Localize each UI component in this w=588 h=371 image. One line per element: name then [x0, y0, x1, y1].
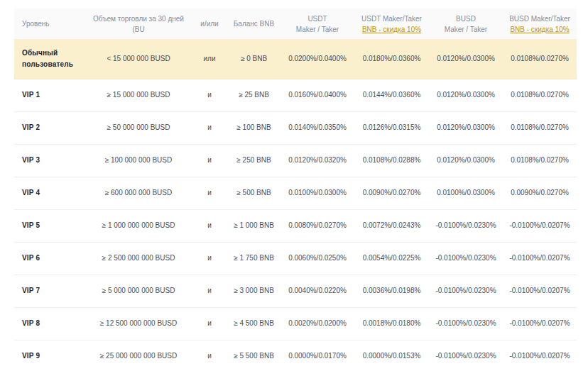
header-usdt-line1: USDT — [282, 13, 353, 24]
usdt-fee-cell: 0.0000%/0.0170% — [281, 340, 354, 371]
usdt-bnb-fee-cell: 0.0054%/0.0225% — [354, 242, 429, 275]
table-row-vip1: VIP 1 ≥ 15 000 000 BUSD и ≥ 25 BNB 0.016… — [14, 79, 577, 111]
usdt-fee-cell: 0.0160%/0.0400% — [281, 79, 354, 111]
header-bnb-balance: Баланс BNB — [227, 9, 281, 39]
volume-cell: ≥ 25 000 000 000 BUSD — [85, 340, 192, 371]
level-cell: VIP 3 — [14, 144, 85, 177]
busd-fee-cell: -0.0100%/0.0230% — [429, 340, 503, 371]
header-and-or: и/или — [192, 9, 227, 39]
fee-tier-table: Уровень Объем торговли за 30 дней (BU и/… — [14, 9, 577, 371]
and-or-cell: и — [192, 111, 227, 144]
table-row-vip7: VIP 7 ≥ 5 000 000 000 BUSD и ≥ 3 000 BNB… — [14, 275, 577, 307]
and-or-cell: и — [192, 275, 227, 307]
and-or-cell: и — [192, 340, 227, 371]
and-or-cell: и — [192, 242, 227, 275]
and-or-cell: и — [192, 209, 227, 242]
busd-bnb-fee-cell: -0.0100%/0.0207% — [503, 209, 577, 242]
busd-fee-cell: 0.0120%/0.0300% — [429, 39, 503, 79]
busd-bnb-fee-cell: -0.0100%/0.0207% — [503, 340, 577, 371]
header-busd-line2: Maker / Taker — [430, 24, 501, 35]
table-row-vip4: VIP 4 ≥ 600 000 000 BUSD и ≥ 500 BNB 0.0… — [14, 177, 577, 209]
header-level: Уровень — [14, 9, 85, 39]
busd-fee-cell: -0.0100%/0.0230% — [429, 242, 503, 275]
usdt-fee-cell: 0.0040%/0.0220% — [281, 275, 354, 307]
level-cell: VIP 2 — [14, 111, 85, 144]
usdt-fee-cell: 0.0140%/0.0350% — [281, 111, 354, 144]
usdt-fee-cell: 0.0060%/0.0250% — [281, 242, 354, 275]
level-cell: VIP 9 — [14, 340, 85, 371]
usdt-fee-cell: 0.0080%/0.0270% — [281, 209, 354, 242]
volume-cell: ≥ 5 000 000 000 BUSD — [85, 275, 192, 307]
usdt-bnb-fee-cell: 0.0108%/0.0288% — [354, 144, 429, 177]
level-cell: VIP 7 — [14, 275, 85, 307]
level-cell: Обычный пользователь — [14, 39, 85, 79]
table-row-vip2: VIP 2 ≥ 50 000 000 BUSD и ≥ 100 BNB 0.01… — [14, 111, 577, 144]
table-row-vip8: VIP 8 ≥ 12 500 000 000 BUSD и ≥ 4 500 BN… — [14, 307, 577, 340]
bnb-balance-cell: ≥ 3 000 BNB — [227, 275, 281, 307]
usdt-bnb-fee-cell: 0.0000%/0.0153% — [354, 340, 429, 371]
busd-bnb-fee-cell: -0.0100%/0.0207% — [503, 275, 577, 307]
busd-fee-cell: 0.0120%/0.0300% — [429, 79, 503, 111]
usdt-bnb-fee-cell: 0.0090%/0.0270% — [354, 177, 429, 209]
volume-cell: ≥ 15 000 000 BUSD — [85, 79, 192, 111]
and-or-cell: и — [192, 177, 227, 209]
volume-cell: < 15 000 000 BUSD — [85, 39, 192, 79]
usdt-bnb-fee-cell: 0.0126%/0.0315% — [354, 111, 429, 144]
bnb-balance-cell: ≥ 25 BNB — [227, 79, 281, 111]
busd-bnb-fee-cell: 0.0108%/0.0270% — [503, 111, 577, 144]
bnb-balance-cell: ≥ 100 BNB — [227, 111, 281, 144]
level-cell: VIP 8 — [14, 307, 85, 340]
busd-bnb-fee-cell: -0.0100%/0.0207% — [503, 307, 577, 340]
header-busd: BUSD Maker / Taker — [429, 9, 503, 39]
table-row-vip5: VIP 5 ≥ 1 000 000 000 BUSD и ≥ 1 000 BNB… — [14, 209, 577, 242]
level-cell: VIP 6 — [14, 242, 85, 275]
busd-fee-cell: -0.0100%/0.0230% — [429, 307, 503, 340]
busd-bnb-fee-cell: 0.0108%/0.0270% — [503, 39, 577, 79]
header-busd-line1: BUSD — [430, 13, 501, 24]
usdt-fee-cell: 0.0200%/0.0400% — [281, 39, 354, 79]
usdt-bnb-fee-cell: 0.0036%/0.0198% — [354, 275, 429, 307]
bnb-balance-cell: ≥ 5 500 BNB — [227, 340, 281, 371]
volume-cell: ≥ 12 500 000 000 BUSD — [85, 307, 192, 340]
busd-fee-cell: 0.0100%/0.0300% — [429, 177, 503, 209]
fee-tier-table-container: Уровень Объем торговли за 30 дней (BU и/… — [14, 9, 577, 371]
usdt-bnb-discount-link[interactable]: BNB - скидка 10% — [362, 24, 421, 35]
header-usdt-bnb-discount: USDT Maker/Taker BNB - скидка 10% — [354, 9, 429, 39]
busd-bnb-fee-cell: 0.0090%/0.0270% — [503, 177, 577, 209]
table-header: Уровень Объем торговли за 30 дней (BU и/… — [14, 9, 577, 39]
usdt-bnb-fee-cell: 0.0180%/0.0360% — [354, 39, 429, 79]
usdt-fee-cell: 0.0100%/0.0300% — [281, 177, 354, 209]
volume-cell: ≥ 100 000 000 BUSD — [85, 144, 192, 177]
busd-fee-cell: 0.0120%/0.0300% — [429, 144, 503, 177]
busd-fee-cell: -0.0100%/0.0230% — [429, 275, 503, 307]
bnb-balance-cell: ≥ 0 BNB — [227, 39, 281, 79]
volume-cell: ≥ 1 000 000 000 BUSD — [85, 209, 192, 242]
busd-bnb-fee-cell: -0.0100%/0.0207% — [503, 242, 577, 275]
header-busd-bnb-line1: BUSD Maker/Taker — [504, 13, 575, 24]
busd-bnb-discount-link[interactable]: BNB - скидка 10% — [510, 24, 569, 35]
volume-cell: ≥ 2 500 000 000 BUSD — [85, 242, 192, 275]
and-or-cell: и — [192, 144, 227, 177]
table-row-regular-user: Обычный пользователь < 15 000 000 BUSD и… — [14, 39, 577, 79]
table-row-vip9: VIP 9 ≥ 25 000 000 000 BUSD и ≥ 5 500 BN… — [14, 340, 577, 371]
busd-fee-cell: -0.0100%/0.0230% — [429, 209, 503, 242]
busd-bnb-fee-cell: 0.0108%/0.0270% — [503, 79, 577, 111]
volume-cell: ≥ 50 000 000 BUSD — [85, 111, 192, 144]
busd-fee-cell: 0.0120%/0.0300% — [429, 111, 503, 144]
bnb-balance-cell: ≥ 1 000 BNB — [227, 209, 281, 242]
header-volume: Объем торговли за 30 дней (BU — [85, 9, 192, 39]
header-usdt-line2: Maker / Taker — [282, 24, 353, 35]
level-cell: VIP 1 — [14, 79, 85, 111]
table-row-vip6: VIP 6 ≥ 2 500 000 000 BUSD и ≥ 1 750 BNB… — [14, 242, 577, 275]
volume-cell: ≥ 600 000 000 BUSD — [85, 177, 192, 209]
usdt-fee-cell: 0.0120%/0.0320% — [281, 144, 354, 177]
level-cell: VIP 5 — [14, 209, 85, 242]
table-body: Обычный пользователь < 15 000 000 BUSD и… — [14, 39, 577, 371]
bnb-balance-cell: ≥ 250 BNB — [227, 144, 281, 177]
table-row-vip3: VIP 3 ≥ 100 000 000 BUSD и ≥ 250 BNB 0.0… — [14, 144, 577, 177]
usdt-fee-cell: 0.0020%/0.0200% — [281, 307, 354, 340]
usdt-bnb-fee-cell: 0.0018%/0.0180% — [354, 307, 429, 340]
and-or-cell: и — [192, 79, 227, 111]
and-or-cell: и — [192, 307, 227, 340]
bnb-balance-cell: ≥ 4 500 BNB — [227, 307, 281, 340]
